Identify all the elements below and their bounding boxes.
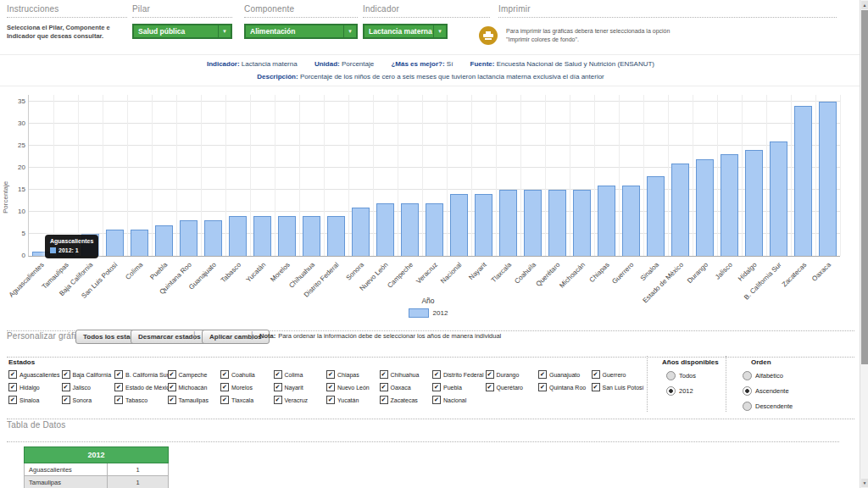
estado-checkbox-nuevo-le-n[interactable]: ✔Nuevo León (326, 383, 380, 391)
estado-checkbox-oaxaca[interactable]: ✔Oaxaca (380, 383, 433, 391)
estado-checkbox-sinaloa[interactable]: ✔Sinaloa (8, 396, 62, 404)
estado-checkbox-nacional[interactable]: ✔Nacional (432, 396, 486, 404)
estado-checkbox-quer-taro[interactable]: ✔Querétaro (486, 383, 539, 391)
page-scrollbar[interactable]: ▲ ▼ (860, 0, 868, 488)
x-axis-label: Guerrero (611, 261, 636, 286)
bar-michoac-n[interactable] (573, 190, 591, 256)
nota-label: Nota: (259, 332, 275, 340)
checkbox-icon: ✔ (274, 370, 282, 379)
bar-morelos[interactable] (278, 216, 296, 256)
gridline (299, 95, 300, 256)
estado-checkbox-jalisco[interactable]: ✔Jalisco (62, 383, 115, 391)
legend-swatch[interactable] (409, 308, 429, 318)
chart-legend: Año 2012 (0, 297, 856, 318)
estado-checkbox-distrito-federal[interactable]: ✔Distrito Federal (432, 370, 486, 379)
plot-area: 05101520253035 (28, 95, 840, 257)
estado-checkbox-baja-california[interactable]: ✔Baja California (62, 370, 115, 379)
gridline (717, 95, 718, 256)
estado-checkbox-tamaulipas[interactable]: ✔Tamaulipas (168, 396, 221, 404)
estado-checkbox-chihuahua[interactable]: ✔Chihuahua (380, 370, 433, 379)
estado-checkbox-b-california-sur[interactable]: ✔B. California Sur (114, 370, 168, 379)
bar-campeche[interactable] (401, 203, 419, 256)
estado-checkbox-guerrero[interactable]: ✔Guerrero (592, 370, 645, 379)
bar-puebla[interactable] (155, 225, 173, 256)
bar-nuevo-le-n[interactable] (376, 203, 394, 256)
orden-option-ascendente[interactable]: Ascendente (743, 386, 793, 396)
orden-option-alfab-tico[interactable]: Alfabético (743, 371, 793, 380)
estado-checkbox-tlaxcala[interactable]: ✔Tlaxcala (220, 396, 274, 404)
bar-b-california-sur[interactable] (770, 141, 787, 256)
bar-nayarit[interactable] (475, 194, 492, 256)
legend-entry[interactable]: 2012 (433, 309, 448, 317)
estado-checkbox-guanajuato[interactable]: ✔Guanajuato (538, 370, 592, 379)
bar-colima[interactable] (131, 230, 148, 256)
bar-estado-de-m-xico[interactable] (671, 164, 689, 256)
bar-chiapas[interactable] (598, 186, 615, 256)
checkbox-icon: ✔ (432, 396, 441, 404)
estado-checkbox-yucat-n[interactable]: ✔Yucatán (326, 396, 380, 404)
printer-glyph (483, 31, 493, 40)
gridline (742, 95, 743, 256)
bar-tabasco[interactable] (229, 216, 247, 256)
anio-option-todos[interactable]: Todos (666, 371, 696, 380)
estado-checkbox-colima[interactable]: ✔Colima (274, 370, 327, 379)
pilar-dropdown[interactable]: Salud pública ▼ (132, 24, 232, 39)
bar-distrito-federal[interactable] (327, 216, 345, 256)
bar-san-luis-potos-[interactable] (106, 230, 124, 256)
checkbox-icon: ✔ (168, 370, 176, 379)
estado-checkbox-coahuila[interactable]: ✔Coahuila (220, 370, 274, 379)
divider (244, 17, 358, 18)
bar-guerrero[interactable] (622, 186, 640, 256)
bar-guanajuato[interactable] (204, 220, 222, 256)
estado-checkbox-chiapas[interactable]: ✔Chiapas (326, 370, 380, 379)
divider (726, 356, 726, 412)
bar-oaxaca[interactable] (819, 102, 837, 256)
bar-yucat-n[interactable] (253, 216, 271, 256)
bar-chihuahua[interactable] (303, 216, 320, 256)
bar-quer-taro[interactable] (548, 190, 566, 256)
y-axis-tick: 15 (3, 186, 25, 193)
bar-nacional[interactable] (450, 194, 468, 256)
indicator-info-line1: Indicador: Lactancia materna Unidad: Por… (0, 58, 861, 70)
estado-checkbox-san-luis-potos-[interactable]: ✔San Luis Potosí (592, 383, 645, 391)
bar-hidalgo[interactable] (745, 150, 763, 256)
orden-option-descendente[interactable]: Descendente (743, 402, 793, 411)
estado-checkbox-campeche[interactable]: ✔Campeche (168, 370, 221, 379)
indicador-dropdown[interactable]: Lactancia materna ▼ (363, 24, 448, 39)
bar-coahuila[interactable] (524, 190, 542, 256)
estado-checkbox-durango[interactable]: ✔Durango (486, 370, 539, 379)
bar-durango[interactable] (696, 159, 714, 256)
estado-checkbox-zacatecas[interactable]: ✔Zacatecas (380, 396, 433, 404)
estado-checkbox-hidalgo[interactable]: ✔Hidalgo (8, 383, 62, 391)
x-axis-label: Jalisco (714, 261, 734, 281)
desmarcar-estados-button[interactable]: Desmarcar estados (131, 330, 209, 344)
scrollbar-thumb[interactable] (861, 10, 868, 364)
bar-quintana-roo[interactable] (180, 220, 198, 256)
estado-checkbox-estado-de-m-xico[interactable]: ✔Estado de México (114, 383, 168, 391)
estado-checkbox-morelos[interactable]: ✔Morelos (220, 383, 274, 391)
bar-veracruz[interactable] (426, 203, 443, 256)
estado-checkbox-quintana-roo[interactable]: ✔Quintana Roo (538, 383, 592, 391)
bar-sonora[interactable] (352, 208, 370, 256)
bar-jalisco[interactable] (721, 154, 738, 256)
bar-zacatecas[interactable] (794, 106, 812, 256)
estado-checkbox-michoac-n[interactable]: ✔Michoacán (168, 383, 221, 391)
descripcion-value: Porcentaje de los niños de cero a seis m… (300, 73, 604, 80)
bar-sinaloa[interactable] (647, 176, 665, 256)
y-axis-tick: 10 (3, 208, 25, 215)
x-axis-label: Colima (124, 261, 144, 281)
estado-checkbox-aguascalientes[interactable]: ✔Aguascalientes (8, 370, 62, 379)
printer-icon[interactable] (479, 26, 498, 45)
scroll-up-arrow-icon[interactable]: ▲ (861, 1, 868, 9)
anio-option-2012[interactable]: 2012 (666, 386, 696, 396)
estado-checkbox-veracruz[interactable]: ✔Veracruz (274, 396, 327, 404)
componente-dropdown[interactable]: Alimentación ▼ (244, 24, 358, 39)
gridline (520, 95, 521, 256)
estado-checkbox-nayarit[interactable]: ✔Nayarit (274, 383, 327, 391)
scroll-down-arrow-icon[interactable]: ▼ (861, 479, 868, 487)
estado-checkbox-tabasco[interactable]: ✔Tabasco (114, 396, 168, 404)
estado-checkbox-puebla[interactable]: ✔Puebla (432, 383, 486, 391)
bar-tlaxcala[interactable] (499, 190, 517, 256)
estado-checkbox-label: Sinaloa (19, 397, 39, 403)
estado-checkbox-sonora[interactable]: ✔Sonora (62, 396, 115, 404)
